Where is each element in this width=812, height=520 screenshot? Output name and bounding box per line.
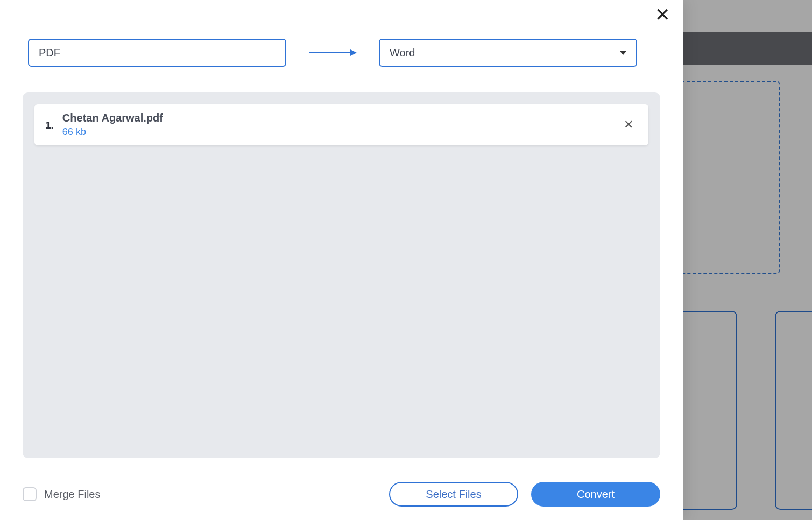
merge-files-label: Merge Files: [44, 488, 100, 501]
conversion-modal: ✕ PDF Word 1. Chetan Agarwal.pdf 66 kb ✕: [0, 0, 683, 520]
file-meta: Chetan Agarwal.pdf 66 kb: [62, 112, 611, 138]
target-format-label: Word: [390, 47, 415, 59]
target-format-select[interactable]: Word: [379, 39, 637, 67]
chevron-down-icon: [620, 51, 626, 55]
svg-marker-1: [350, 49, 357, 56]
close-button[interactable]: ✕: [652, 3, 673, 26]
remove-file-button[interactable]: ✕: [619, 117, 638, 133]
file-size: 66 kb: [62, 126, 611, 138]
convert-button[interactable]: Convert: [531, 482, 660, 507]
select-files-label: Select Files: [426, 488, 481, 501]
source-format-box[interactable]: PDF: [28, 39, 286, 67]
arrow-right-icon: [306, 47, 359, 58]
button-row: Select Files Convert: [389, 482, 660, 507]
source-format-label: PDF: [39, 47, 60, 59]
file-item: 1. Chetan Agarwal.pdf 66 kb ✕: [34, 104, 648, 145]
select-files-button[interactable]: Select Files: [389, 482, 518, 507]
merge-files-toggle[interactable]: Merge Files: [23, 487, 100, 501]
format-row: PDF Word: [28, 39, 655, 67]
file-name: Chetan Agarwal.pdf: [62, 112, 611, 124]
convert-label: Convert: [577, 488, 615, 501]
file-index: 1.: [45, 118, 54, 131]
close-icon: ✕: [624, 118, 633, 131]
checkbox-icon: [23, 487, 37, 501]
close-icon: ✕: [655, 4, 670, 25]
file-list-zone: 1. Chetan Agarwal.pdf 66 kb ✕: [23, 92, 660, 458]
modal-footer: Merge Files Select Files Convert: [23, 482, 660, 507]
